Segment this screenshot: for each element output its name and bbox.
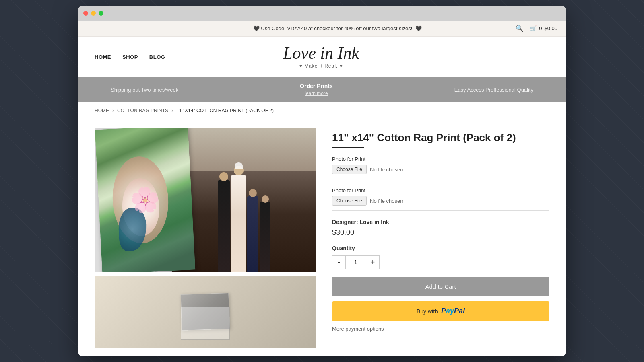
qty-plus-btn[interactable]: + [366,255,380,269]
cart-count: 0 [539,25,542,31]
product-details: 11" x14" Cotton Rag Print (Pack of 2) Ph… [332,128,549,348]
photo-upload-2: Photo for Print Choose File No file chos… [332,187,549,211]
quantity-section: Quantity - 1 + [332,245,549,269]
main-nav: HOME SHOP BLOG [95,54,165,60]
breadcrumb-current: 11" X14" COTTON RAG PRINT (PACK OF 2) [176,108,274,113]
product-area: 11" x14" Cotton Rag Print (Pack of 2) Ph… [78,119,566,356]
choose-file-btn-2[interactable]: Choose File [332,196,367,206]
browser-chrome [78,6,566,21]
nav-home[interactable]: HOME [95,54,111,60]
logo-text[interactable]: Love in Ink [165,45,477,62]
nav-shop[interactable]: SHOP [122,54,138,60]
quality-info: Easy Access Proffessional Quality [454,87,533,93]
gray-bar: Shipping out Two times/week Order Prints… [78,77,566,102]
qty-minus-btn[interactable]: - [332,255,346,269]
browser-window: 🖤 Use Code: VDAY40 at checkout for 40% o… [78,6,566,356]
flowers-print [95,128,196,272]
photo-label-1: Photo for Print [332,156,549,162]
designer-line: Designer: Love in Ink [332,219,549,225]
announcement-text: 🖤 Use Code: VDAY40 at checkout for 40% o… [159,25,516,31]
product-images [95,128,316,348]
main-product-image [95,128,316,272]
order-prints-center: Order Prints learn more [300,83,333,97]
quantity-controls: - 1 + [332,255,549,269]
qty-value: 1 [346,255,366,269]
logo-area: Love in Ink ♥ Make it Real. ♥ [165,45,477,69]
no-file-text-1: No file chosen [370,167,403,173]
breadcrumb-sep-2: › [171,108,173,113]
add-to-cart-button[interactable]: Add to Cart [332,277,549,296]
paypal-button[interactable]: Buy with PayPal [332,301,549,321]
learn-more-link[interactable]: learn more [305,90,328,96]
title-underline [332,147,364,148]
file-input-row-1: Choose File No file chosen [332,165,549,179]
breadcrumb-home[interactable]: HOME [95,108,109,113]
close-dot[interactable] [83,11,88,16]
maximize-dot[interactable] [99,11,103,16]
quantity-label: Quantity [332,245,549,251]
breadcrumb: HOME › COTTON RAG PRINTS › 11" X14" COTT… [78,102,566,119]
no-file-text-2: No file chosen [370,198,403,204]
order-prints-title[interactable]: Order Prints [300,83,333,89]
shipping-info: Shipping out Two times/week [111,87,178,93]
secondary-product-image[interactable] [95,276,316,348]
paypal-prefix-text: Buy with [417,308,438,315]
tagline: ♥ Make it Real. ♥ [165,63,477,69]
cart-icon: 🛒 [530,25,537,31]
photo-upload-1: Photo for Print Choose File No file chos… [332,156,549,179]
file-input-row-2: Choose File No file chosen [332,196,549,211]
price: $30.00 [332,228,549,237]
paypal-logo: PayPal [441,307,465,315]
product-title: 11" x14" Cotton Rag Print (Pack of 2) [332,132,549,144]
announcement-icons: 🔍 🛒 0 $0.00 [516,25,557,32]
nav-blog[interactable]: BLOG [149,54,165,60]
minimize-dot[interactable] [91,11,96,16]
cart-price: $0.00 [544,25,557,31]
choose-file-btn-1[interactable]: Choose File [332,165,367,174]
breadcrumb-sep-1: › [112,108,114,113]
search-icon[interactable]: 🔍 [516,25,524,32]
photo-label-2: Photo for Print [332,187,549,193]
header: HOME SHOP BLOG Love in Ink ♥ Make it Rea… [78,37,566,77]
image-collage [95,128,316,272]
cart-button[interactable]: 🛒 0 $0.00 [530,25,557,31]
site-content: 🖤 Use Code: VDAY40 at checkout for 40% o… [78,21,566,356]
breadcrumb-category[interactable]: COTTON RAG PRINTS [117,108,168,113]
announcement-bar: 🖤 Use Code: VDAY40 at checkout for 40% o… [78,21,566,37]
more-payment-options[interactable]: More payment options [332,326,549,332]
